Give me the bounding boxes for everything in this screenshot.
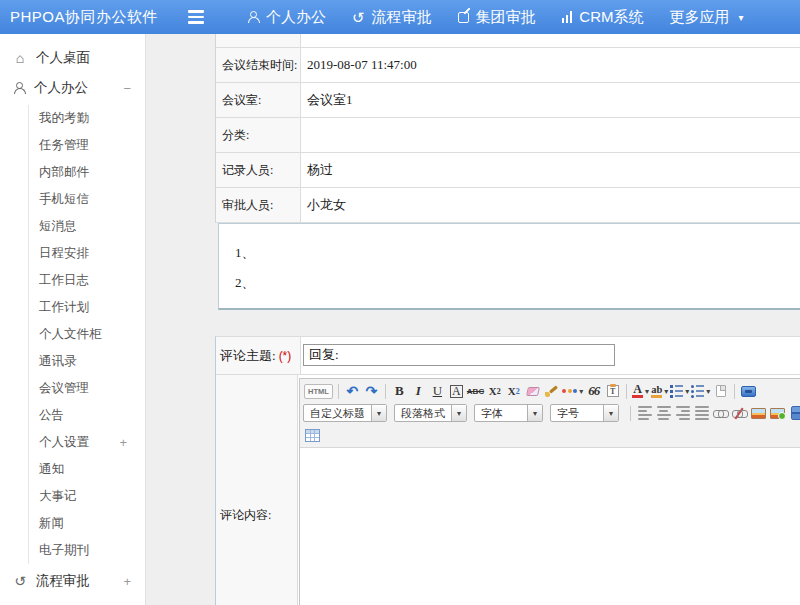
insert-link-button[interactable] xyxy=(712,404,729,422)
nav-label: 个人办公 xyxy=(266,8,326,27)
sidebar-item-desktop[interactable]: ⌂ 个人桌面 xyxy=(0,43,145,73)
sidebar-item-meeting-mgmt[interactable]: 会议管理 xyxy=(29,375,145,402)
chevron-down-icon: ▾ xyxy=(739,12,744,23)
toolbar-row-1: HTML ↶ ↷ B I U A ABC X2 X2 xyxy=(303,380,800,402)
field-label: 记录人员: xyxy=(216,153,301,187)
remove-link-button[interactable] xyxy=(731,404,748,422)
align-center-icon xyxy=(657,406,671,421)
separator xyxy=(734,384,735,399)
justify-button[interactable] xyxy=(693,404,710,422)
sidebar-item-personal-office[interactable]: 个人办公 − xyxy=(0,73,145,103)
sidebar-item-label: 个人桌面 xyxy=(36,49,90,67)
collapse-icon[interactable]: − xyxy=(123,81,131,96)
chevron-down-icon: ▾ xyxy=(706,387,710,396)
content-line: 1、 xyxy=(235,238,800,268)
sidebar-item-work-log[interactable]: 工作日志 xyxy=(29,267,145,294)
sidebar-item-e-journal[interactable]: 电子期刊 xyxy=(29,537,145,564)
toolbar-row-2: 自定义标题 ▾ 段落格式 ▾ 字体 ▾ 字号 ▾ xyxy=(303,402,800,424)
html-source-button[interactable]: HTML xyxy=(304,384,333,399)
menu-toggle-icon[interactable] xyxy=(188,10,204,23)
sidebar-item-file-cabinet[interactable]: 个人文件柜 xyxy=(29,321,145,348)
eraser-button[interactable] xyxy=(524,382,541,400)
font-family-select[interactable]: 字体 ▾ xyxy=(474,404,543,422)
editor-content-area[interactable] xyxy=(300,448,800,605)
paste-template-button[interactable]: T xyxy=(604,382,621,400)
sidebar-item-schedule[interactable]: 日程安排 xyxy=(29,240,145,267)
person-icon xyxy=(247,11,259,23)
nav-more-apps[interactable]: 更多应用 ▾ xyxy=(657,0,757,34)
font-color-button[interactable]: A ▾ xyxy=(632,382,649,400)
table-row xyxy=(216,34,800,48)
align-center-button[interactable] xyxy=(655,404,672,422)
superscript-button[interactable]: X2 xyxy=(486,382,503,400)
comment-subject-input[interactable] xyxy=(303,344,615,366)
paragraph-format-select[interactable]: 段落格式 ▾ xyxy=(394,404,467,422)
nav-label: CRM系统 xyxy=(579,8,643,27)
strikethrough-button[interactable]: ABC xyxy=(467,382,484,400)
table-row-approver: 审批人员: 小龙女 xyxy=(216,188,800,223)
redo-button[interactable]: ↷ xyxy=(363,382,380,400)
sidebar-item-personal-settings[interactable]: 个人设置 + xyxy=(29,429,145,456)
font-style-button[interactable]: A xyxy=(450,385,463,398)
expand-icon[interactable]: + xyxy=(119,429,127,456)
nav-process-approval[interactable]: ↺ 流程审批 xyxy=(339,0,445,34)
personal-office-submenu: 我的考勤 任务管理 内部邮件 手机短信 短消息 日程安排 工作日志 工作计划 个… xyxy=(28,105,145,564)
meeting-content-box: 1、 2、 xyxy=(218,223,800,310)
subscript-button[interactable]: X2 xyxy=(505,382,522,400)
sidebar-item-sms[interactable]: 手机短信 xyxy=(29,186,145,213)
sidebar: ⌂ 个人桌面 个人办公 − 我的考勤 任务管理 内部邮件 手机短信 短消息 日程… xyxy=(0,34,146,605)
fullscreen-button[interactable] xyxy=(740,382,757,400)
nav-crm[interactable]: CRM系统 xyxy=(549,0,657,34)
align-left-button[interactable] xyxy=(636,404,653,422)
insert-image-button[interactable] xyxy=(750,404,767,422)
content-line: 2、 xyxy=(235,268,800,298)
format-brush-button[interactable] xyxy=(543,382,560,400)
underline-button[interactable]: U xyxy=(429,382,446,400)
nav-label: 集团审批 xyxy=(476,8,536,27)
blockquote-button[interactable]: 66 xyxy=(585,382,602,400)
required-mark: (*) xyxy=(279,349,292,363)
clipboard-icon: T xyxy=(607,385,619,397)
nav-personal-office[interactable]: 个人办公 xyxy=(234,0,339,34)
new-document-button[interactable] xyxy=(712,382,729,400)
unordered-list-button[interactable]: ▾ xyxy=(691,382,710,400)
highlight-button[interactable]: ab ▾ xyxy=(651,382,668,400)
custom-heading-select[interactable]: 自定义标题 ▾ xyxy=(303,404,387,422)
nav-group-approval[interactable]: 集团审批 xyxy=(445,0,549,34)
insert-media-button[interactable] xyxy=(788,404,800,422)
top-nav: 个人办公 ↺ 流程审批 集团审批 CRM系统 更多应用 ▾ xyxy=(234,0,757,34)
sidebar-item-news[interactable]: 新闻 xyxy=(29,510,145,537)
separator xyxy=(630,406,631,421)
color-picker-button[interactable]: ▾ xyxy=(562,382,583,400)
sidebar-item-process-approval[interactable]: ↺ 流程审批 + xyxy=(0,566,145,596)
meeting-detail-table: 会议结束时间: 2019-08-07 11:47:00 会议室: 会议室1 分类… xyxy=(215,34,800,223)
undo-button[interactable]: ↶ xyxy=(344,382,361,400)
font-size-select[interactable]: 字号 ▾ xyxy=(550,404,619,422)
bullet-list-icon xyxy=(691,385,704,398)
upload-image-button[interactable] xyxy=(769,404,786,422)
sidebar-item-tasks[interactable]: 任务管理 xyxy=(29,132,145,159)
expand-icon[interactable]: + xyxy=(123,574,131,589)
sidebar-item-internal-mail[interactable]: 内部邮件 xyxy=(29,159,145,186)
sidebar-item-contacts[interactable]: 通讯录 xyxy=(29,348,145,375)
sidebar-item-work-plan[interactable]: 工作计划 xyxy=(29,294,145,321)
nav-label: 流程审批 xyxy=(372,8,432,27)
sidebar-item-short-message[interactable]: 短消息 xyxy=(29,213,145,240)
italic-button[interactable]: I xyxy=(410,382,427,400)
align-right-button[interactable] xyxy=(674,404,691,422)
separator xyxy=(626,384,627,399)
insert-table-button[interactable] xyxy=(304,426,321,444)
sidebar-item-announcement[interactable]: 公告 xyxy=(29,402,145,429)
bold-button[interactable]: B xyxy=(391,382,408,400)
table-row-end-time: 会议结束时间: 2019-08-07 11:47:00 xyxy=(216,48,800,83)
field-label: 分类: xyxy=(216,118,301,152)
home-icon: ⌂ xyxy=(13,51,27,65)
separator xyxy=(385,384,386,399)
bar-chart-icon xyxy=(562,11,573,23)
sidebar-item-notice[interactable]: 通知 xyxy=(29,456,145,483)
ordered-list-button[interactable]: ▾ xyxy=(670,382,689,400)
chevron-down-icon: ▾ xyxy=(527,405,542,421)
field-label: 审批人员: xyxy=(216,188,301,222)
sidebar-item-events[interactable]: 大事记 xyxy=(29,483,145,510)
sidebar-item-attendance[interactable]: 我的考勤 xyxy=(29,105,145,132)
